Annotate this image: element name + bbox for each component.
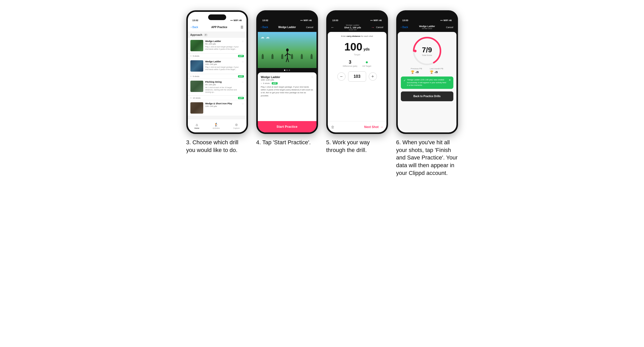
star-icon-1[interactable]: ☆ <box>242 40 244 43</box>
phone-column-1: 13:02 ▪▪▪ WiFi 46 ‹ Back APP Practice ☰ <box>186 10 248 154</box>
drill-card-1[interactable]: Wedge Ladder 50–100 yds Play 1 shot at e… <box>188 38 246 54</box>
phone-4-screen: 13:03 ▪▪▪ WiFi 46 ‹ Back Wedge Ladder <box>398 12 456 132</box>
target-distance-block: 100 yds <box>344 41 370 52</box>
drill-info-3: Pitching String 55–100 yds Hit 1 shot at… <box>205 81 240 93</box>
bottom-nav-capture[interactable]: ⊕ Capture <box>233 123 240 129</box>
shots-info-2: ○ 9 shots <box>190 75 199 78</box>
cancel-button-3[interactable]: Cancel <box>376 26 383 29</box>
svg-point-8 <box>414 50 417 52</box>
bottom-nav-home[interactable]: ⌂ Home <box>195 123 199 129</box>
star-icon-detail[interactable]: ☆ <box>311 75 313 78</box>
distance-input[interactable] <box>348 71 366 82</box>
decrement-button[interactable]: − <box>337 72 346 81</box>
next-shot-button[interactable]: Next Shot → <box>364 125 383 129</box>
delete-icon[interactable]: 🗑 <box>331 125 334 129</box>
start-practice-button[interactable]: Start Practice <box>258 121 316 132</box>
difference-block: 3 Difference (yds) <box>343 60 357 67</box>
status-icons-1: ▪▪▪ WiFi 46 <box>230 19 242 22</box>
back-button-3[interactable]: ← <box>331 25 334 29</box>
hit-target-block: ● Hit Target <box>363 60 371 67</box>
battery-icon-3: 46 <box>379 19 382 22</box>
drill-thumb-3 <box>190 81 203 92</box>
cancel-button-4[interactable]: Cancel <box>446 26 453 29</box>
detail-shots: ○ 9 shots APP <box>261 82 313 84</box>
signal-icon-1: ▪▪▪ <box>230 19 233 22</box>
increment-button[interactable]: + <box>369 72 377 81</box>
nav-bar-3: ← Wedge Ladder Shot 1, 100 yds Score 5/9… <box>328 23 386 32</box>
signal-icon-3: ▪▪▪ <box>370 19 373 22</box>
drill-thumb-img-2 <box>190 60 203 72</box>
last-month-pb-block: Last month PB 🏆 -/9 <box>430 67 443 74</box>
phone-2: 13:02 ▪▪▪ WiFi 46 ‹ Back Wedge Ladder Ca… <box>256 10 318 134</box>
cancel-button-2[interactable]: Cancel <box>306 26 313 29</box>
shot-actions-bar: 🗑 Next Shot → <box>328 121 386 132</box>
shot-score: Score 5/9 <box>344 29 361 31</box>
drill-info-2: Wedge Ladder 100–140 yds Play 1 shot at … <box>205 60 240 71</box>
drill-card-2[interactable]: Wedge Ladder 100–140 yds Play 1 shot at … <box>188 58 246 74</box>
drill-thumb-1 <box>190 40 203 51</box>
drill-thumb-img-1 <box>190 40 203 51</box>
phone-3: 13:03 ▪▪▪ WiFi 46 ← Wedge Ladder Shot 1,… <box>326 10 388 134</box>
status-time-2: 13:02 <box>262 19 268 22</box>
phone-1: 13:02 ▪▪▪ WiFi 46 ‹ Back APP Practice ☰ <box>186 10 248 134</box>
trophy-icon-2: 🏆 <box>430 70 434 74</box>
clock-icon-2: ○ <box>190 75 192 78</box>
image-dots <box>258 68 316 72</box>
phone-1-screen: 13:02 ▪▪▪ WiFi 46 ‹ Back APP Practice ☰ <box>188 12 246 132</box>
drill-card-3[interactable]: Pitching String 55–100 yds Hit 1 shot at… <box>188 79 246 96</box>
activities-icon: 🏌 <box>214 123 218 127</box>
back-button-2[interactable]: ‹ Back <box>261 26 268 29</box>
input-row: − + <box>337 71 377 82</box>
metrics-row: 3 Difference (yds) ● Hit Target <box>343 60 371 67</box>
back-button-4[interactable]: ‹ Back <box>401 26 408 29</box>
bottom-nav-activities[interactable]: 🏌 Activities <box>213 123 220 129</box>
trophy-icon-1: 🏆 <box>411 70 414 74</box>
dynamic-island-2 <box>278 14 296 20</box>
back-button-1[interactable]: ‹ Back <box>191 26 198 29</box>
svg-line-5 <box>287 58 289 62</box>
dot-2 <box>286 70 288 71</box>
menu-icon-1[interactable]: ☰ <box>241 26 243 29</box>
caption-3: 5. Work your way through the drill. <box>326 139 388 154</box>
svg-point-0 <box>286 48 289 52</box>
dynamic-island-1 <box>208 14 226 20</box>
difference-value: 3 <box>343 60 357 65</box>
status-icons-3: ▪▪▪ WiFi 46 <box>370 19 382 22</box>
chevron-icon-1: ‹ <box>191 26 192 29</box>
golfer-svg <box>284 48 291 63</box>
drill-thumb-img-4 <box>190 102 203 114</box>
detail-header: Wedge Ladder 100–140 yds ☆ <box>261 75 313 81</box>
dot-3 <box>289 70 290 71</box>
phone-column-2: 13:02 ▪▪▪ WiFi 46 ‹ Back Wedge Ladder Ca… <box>256 10 318 146</box>
dynamic-island-3 <box>348 14 366 20</box>
wifi-icon-3: WiFi <box>374 19 378 22</box>
drill-card-4[interactable]: Wedge & Short Iron Play 100–140 yds ☆ <box>188 100 246 116</box>
back-arrow-icon-3: ← <box>331 25 334 29</box>
wedge-ladder-label: Wedge Ladder <box>344 24 361 26</box>
nav-title-1: APP Practice <box>211 26 227 29</box>
wifi-icon-2: WiFi <box>304 19 308 22</box>
phone-column-4: 13:03 ▪▪▪ WiFi 46 ‹ Back Wedge Ladder <box>396 10 458 177</box>
phone-2-screen: 13:02 ▪▪▪ WiFi 46 ‹ Back Wedge Ladder Ca… <box>258 12 316 132</box>
shots-icon-detail: ○ <box>261 82 262 84</box>
dynamic-island-4 <box>418 14 436 20</box>
caption-4: 6. When you've hit all your shots, tap '… <box>396 139 458 177</box>
star-icon-3[interactable]: ☆ <box>242 81 244 83</box>
shot-title-block: Wedge Ladder Shot 1, 100 yds Score 5/9 <box>344 24 361 31</box>
caption-1: 3. Choose which drill you would like to … <box>186 139 248 154</box>
drill-footer-3: ○ 10 shots APP <box>188 96 246 100</box>
svg-line-4 <box>286 58 287 62</box>
result-content: 7/9 Total Score Previous PB 🏆 -/9 <box>398 32 456 132</box>
section-header-1: Approach 7 <box>188 32 246 38</box>
back-to-drills-button[interactable]: Back to Practice Drills <box>401 91 453 101</box>
phone-column-3: 13:03 ▪▪▪ WiFi 46 ← Wedge Ladder Shot 1,… <box>326 10 388 154</box>
drill-thumb-2 <box>190 60 203 72</box>
capture-icon: ⊕ <box>235 123 238 127</box>
wifi-icon-4: WiFi <box>444 19 448 22</box>
carry-instruction: Enter carry distance for each shot <box>341 35 373 37</box>
star-icon-4[interactable]: ☆ <box>242 102 244 105</box>
star-icon-2[interactable]: ☆ <box>242 60 244 63</box>
difference-label: Difference (yds) <box>343 65 357 67</box>
status-time-1: 13:02 <box>192 19 198 22</box>
toast-close-icon[interactable]: ✕ <box>449 79 451 81</box>
